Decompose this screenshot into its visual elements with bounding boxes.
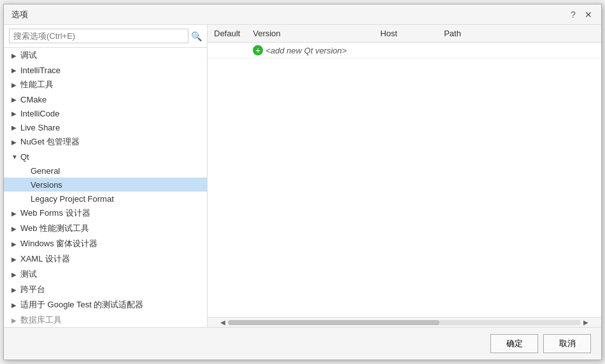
horizontal-scrollbar-area: ◀ ▶ [208, 317, 601, 327]
expand-arrow: ▶ [11, 210, 20, 217]
search-input[interactable] [9, 29, 189, 43]
tree-item-label: Web Forms 设计器 [20, 207, 90, 219]
tree-item-label: Windows 窗体设计器 [20, 238, 97, 249]
expand-arrow: ▶ [11, 317, 20, 324]
tree-item-intellitrace[interactable]: ▶ IntelliTrace [4, 63, 207, 77]
tree-item-label: 测试 [20, 269, 37, 280]
scroll-right-arrow[interactable]: ▶ [581, 319, 591, 326]
col-default: Default [208, 25, 246, 43]
tree-item-dbtools[interactable]: ▶ 数据库工具 [4, 312, 207, 327]
tree-item-debug[interactable]: ▶ 调试 [4, 48, 207, 63]
tree-item-qt[interactable]: ▼ Qt [4, 150, 207, 164]
search-icon: 🔍 [191, 31, 202, 41]
tree-item-test[interactable]: ▶ 测试 [4, 267, 207, 282]
expand-arrow: ▶ [11, 241, 20, 248]
confirm-button[interactable]: 确定 [490, 334, 538, 353]
tree-container: ▶ 调试 ▶ IntelliTrace ▶ 性能工具 ▶ CMake [4, 48, 207, 327]
expand-arrow: ▶ [11, 96, 20, 103]
right-panel: Default Version Host Path + [208, 25, 601, 327]
tree-item-qt-legacy[interactable]: Legacy Project Format [4, 192, 207, 206]
title-bar: 选项 ? ✕ [4, 4, 601, 25]
tree-item-label: 调试 [20, 50, 37, 61]
dialog-title: 选项 [11, 9, 28, 20]
tree-item-label: IntelliTrace [20, 66, 60, 75]
tree-item-label: 数据库工具 [20, 314, 62, 326]
add-version-cell: + <add new Qt version> [246, 43, 374, 59]
tree-item-qt-versions[interactable]: Versions [4, 178, 207, 192]
tree-item-crossplatform[interactable]: ▶ 跨平台 [4, 282, 207, 297]
expand-arrow: ▶ [11, 286, 20, 293]
expand-arrow: ▼ [11, 153, 20, 160]
tree-item-label: Versions [31, 180, 62, 190]
horizontal-scrollbar-thumb [228, 320, 439, 325]
add-circle-icon: + [253, 45, 263, 55]
qt-versions-table: Default Version Host Path + [208, 25, 601, 59]
search-bar: 🔍 [4, 25, 207, 48]
help-button[interactable]: ? [568, 10, 578, 20]
col-host: Host [374, 25, 438, 43]
title-bar-controls: ? ✕ [568, 10, 594, 20]
scroll-left-arrow[interactable]: ◀ [218, 319, 228, 326]
tree-item-label: 性能工具 [20, 79, 53, 90]
expand-arrow: ▶ [11, 302, 20, 309]
add-qt-version-button[interactable]: + <add new Qt version> [253, 45, 346, 55]
horizontal-scrollbar-track[interactable] [228, 320, 581, 325]
tree-item-label: Web 性能测试工具 [20, 223, 89, 234]
expand-arrow: ▶ [11, 271, 20, 278]
tree-item-nuget[interactable]: ▶ NuGet 包管理器 [4, 134, 207, 150]
tree-item-label: NuGet 包管理器 [20, 136, 80, 148]
expand-arrow: ▶ [11, 52, 20, 59]
tree-item-label: Qt [20, 152, 29, 162]
col-path: Path [438, 25, 601, 43]
tree-item-webforms[interactable]: ▶ Web Forms 设计器 [4, 206, 207, 221]
expand-arrow: ▶ [11, 110, 20, 117]
cancel-button[interactable]: 取消 [543, 334, 591, 353]
add-version-row: + <add new Qt version> [208, 43, 601, 59]
tree-item-webperf[interactable]: ▶ Web 性能测试工具 [4, 221, 207, 236]
col-version: Version [246, 25, 374, 43]
tree-item-label: Legacy Project Format [31, 194, 114, 204]
table-header-row: Default Version Host Path [208, 25, 601, 43]
host-cell [374, 43, 438, 59]
tree-item-qt-general[interactable]: General [4, 164, 207, 178]
expand-arrow: ▶ [11, 256, 20, 263]
expand-arrow: ▶ [11, 124, 20, 131]
dialog-body: 🔍 ▶ 调试 ▶ IntelliTrace ▶ 性能工具 [4, 25, 601, 327]
tree-item-label: 跨平台 [20, 284, 45, 295]
expand-arrow: ▶ [11, 67, 20, 74]
tree-item-cmake[interactable]: ▶ CMake [4, 92, 207, 106]
tree-item-windows[interactable]: ▶ Windows 窗体设计器 [4, 236, 207, 251]
tree-item-liveshare[interactable]: ▶ Live Share [4, 120, 207, 134]
expand-arrow: ▶ [11, 225, 20, 232]
tree-item-label: IntelliCode [20, 109, 59, 118]
options-dialog: 选项 ? ✕ 🔍 ▶ 调试 ▶ IntelliTrace [3, 4, 602, 360]
expand-arrow: ▶ [11, 139, 20, 146]
tree-item-intellicode[interactable]: ▶ IntelliCode [4, 106, 207, 120]
tree-item-xaml[interactable]: ▶ XAML 设计器 [4, 251, 207, 267]
tree-item-label: General [31, 166, 60, 176]
path-cell [438, 43, 601, 59]
expand-arrow: ▶ [11, 81, 20, 88]
close-button[interactable]: ✕ [583, 10, 594, 20]
tree-item-googletest[interactable]: ▶ 适用于 Google Test 的测试适配器 [4, 297, 207, 312]
tree-item-label: CMake [20, 95, 46, 104]
versions-table: Default Version Host Path + [208, 25, 601, 317]
tree-item-label: Live Share [20, 123, 60, 132]
add-version-label: <add new Qt version> [266, 46, 346, 55]
dialog-footer: 确定 取消 [4, 327, 601, 360]
left-panel: 🔍 ▶ 调试 ▶ IntelliTrace ▶ 性能工具 [4, 25, 208, 327]
default-cell [208, 43, 246, 59]
tree-item-label: 适用于 Google Test 的测试适配器 [20, 299, 143, 311]
tree-item-perf[interactable]: ▶ 性能工具 [4, 77, 207, 92]
tree-item-label: XAML 设计器 [20, 253, 70, 265]
